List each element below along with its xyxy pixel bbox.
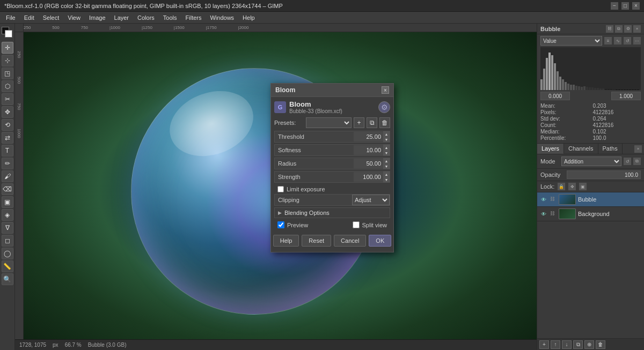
tool-text[interactable]: T [2,145,13,157]
presets-add-button[interactable]: + [354,117,364,128]
tool-fill[interactable]: ▣ [2,196,13,208]
panel-icon-config[interactable]: ⚙ [624,25,632,33]
panel-icon-close[interactable]: × [633,25,641,33]
threshold-up[interactable]: ▲ [383,131,390,137]
tool-crosshair[interactable]: ⊹ [2,55,13,66]
tool-rotate[interactable]: ⟲ [2,119,13,131]
tool-measure[interactable]: 📏 [2,260,13,272]
layer-visibility-background[interactable]: 👁 [539,210,548,218]
tool-clone[interactable]: ◻ [2,235,13,247]
menu-image[interactable]: Image [85,13,109,22]
ok-button[interactable]: OK [369,235,391,247]
panel-icon-link[interactable]: ⛓ [606,25,613,33]
softness-value[interactable]: 10.00 [354,145,383,155]
threshold-down[interactable]: ▼ [383,137,390,142]
raise-layer-button[interactable]: ↑ [551,340,560,349]
menu-file[interactable]: File [2,13,19,22]
bloom-plugin-subtitle: Bubble-33 (Bloom.xcf) [289,108,342,114]
tool-zoom[interactable]: 🔍 [2,273,13,285]
lock-pixels-button[interactable]: 🔒 [558,183,565,190]
menu-select[interactable]: Select [39,13,63,22]
tab-layers[interactable]: Layers [537,144,564,154]
radius-up[interactable]: ▲ [383,158,390,163]
tab-paths[interactable]: Paths [598,144,623,154]
strength-down[interactable]: ▼ [383,177,390,182]
layer-chain-bubble[interactable]: ⛓ [550,196,557,203]
opacity-value[interactable]: 100.0 [567,170,641,179]
layer-item-background[interactable]: 👁 ⛓ Background [537,207,644,221]
radius-value[interactable]: 50.00 [354,159,383,168]
tool-gradient[interactable]: ◈ [2,209,13,221]
layer-item-bubble[interactable]: 👁 ⛓ Bubble [537,192,644,207]
background-color[interactable] [5,30,12,38]
softness-up[interactable]: ▲ [383,145,390,150]
panel-icon-duplicate[interactable]: ⧉ [615,25,623,33]
split-view-checkbox[interactable] [353,221,360,228]
layers-panel-close[interactable]: × [634,145,642,153]
menu-filters[interactable]: Filters [182,13,206,22]
svg-rect-2 [546,58,548,90]
layer-chain-background[interactable]: ⛓ [550,211,557,217]
bloom-settings-button[interactable]: ⚙ [378,101,390,113]
tool-ellipse[interactable]: ⬡ [2,80,13,92]
new-layer-button[interactable]: + [539,340,549,349]
cancel-button[interactable]: Cancel [334,235,366,247]
tool-pointer[interactable]: ✛ [2,42,13,54]
histogram-more-button[interactable]: ⋯ [633,37,641,44]
tool-eraser[interactable]: ⌫ [2,183,13,195]
menu-colors[interactable]: Colors [134,13,158,22]
menu-windows[interactable]: Windows [206,13,238,22]
radius-down[interactable]: ▼ [383,163,390,169]
clipping-select[interactable]: Adjust Clip [352,195,390,205]
preview-checkbox[interactable] [277,221,284,228]
layers-mode-select[interactable]: Addition Normal Multiply Screen Overlay [561,157,621,166]
menu-layer[interactable]: Layer [111,13,133,22]
presets-duplicate-button[interactable]: ⧉ [367,117,377,128]
softness-down[interactable]: ▼ [383,150,390,155]
tool-dodge[interactable]: ∇ [2,222,13,234]
lock-position-button[interactable]: ✥ [568,183,576,190]
histogram-reset-button[interactable]: ↺ [624,37,631,44]
presets-delete-button[interactable]: 🗑 [379,117,390,128]
maximize-button[interactable]: □ [621,2,629,10]
histogram-range-start[interactable]: 0.000 [540,92,570,100]
histogram-range-end[interactable]: 1.000 [611,92,641,100]
strength-up[interactable]: ▲ [383,172,390,177]
panel-header-icons: ⛓ ⧉ ⚙ × [606,25,641,33]
merge-layer-button[interactable]: ⊕ [584,340,594,349]
tab-channels[interactable]: Channels [564,144,598,154]
delete-layer-button[interactable]: 🗑 [596,340,605,349]
tool-pencil[interactable]: ✏ [2,158,13,169]
presets-dropdown[interactable] [306,117,352,128]
duplicate-layer-button[interactable]: ⧉ [573,340,583,349]
histogram-channel-select[interactable]: Value Red Green Blue Alpha [540,36,602,46]
tool-flip[interactable]: ⇄ [2,132,13,144]
layers-mode-copy[interactable]: ⧉ [633,158,641,165]
layers-mode-reset[interactable]: ↺ [624,158,631,165]
help-button[interactable]: Help [273,235,299,247]
bloom-close-button[interactable]: × [382,86,389,94]
image-canvas[interactable]: Bloom × G Bloom Bubble-33 (Bloom.xcf) ⚙ [24,32,537,350]
menu-edit[interactable]: Edit [20,13,38,22]
tool-heal[interactable]: ◯ [2,248,13,259]
tool-lasso[interactable]: ✂ [2,93,13,105]
lock-alpha-button[interactable]: ▣ [579,183,587,190]
layer-visibility-bubble[interactable]: 👁 [539,195,548,204]
menu-tools[interactable]: Tools [159,13,181,22]
histogram-log-button[interactable]: ∿ [614,37,621,44]
reset-button[interactable]: Reset [302,235,331,247]
tool-rectangle[interactable]: ◳ [2,68,13,79]
minimize-button[interactable]: − [611,2,618,10]
limit-exposure-checkbox[interactable] [277,186,284,192]
blending-options-row[interactable]: ▶ Blending Options [274,207,390,218]
tool-paintbrush[interactable]: 🖌 [2,170,13,182]
menu-view[interactable]: View [64,13,84,22]
histogram-linear-button[interactable]: ≡ [604,37,612,44]
color-swatch[interactable] [2,27,13,39]
lower-layer-button[interactable]: ↓ [562,340,572,349]
tool-move[interactable]: ✥ [2,106,13,118]
menu-help[interactable]: Help [239,13,259,22]
threshold-value[interactable]: 25.00 [354,132,383,142]
close-button[interactable]: × [632,2,640,10]
strength-value[interactable]: 100.00 [354,172,383,182]
